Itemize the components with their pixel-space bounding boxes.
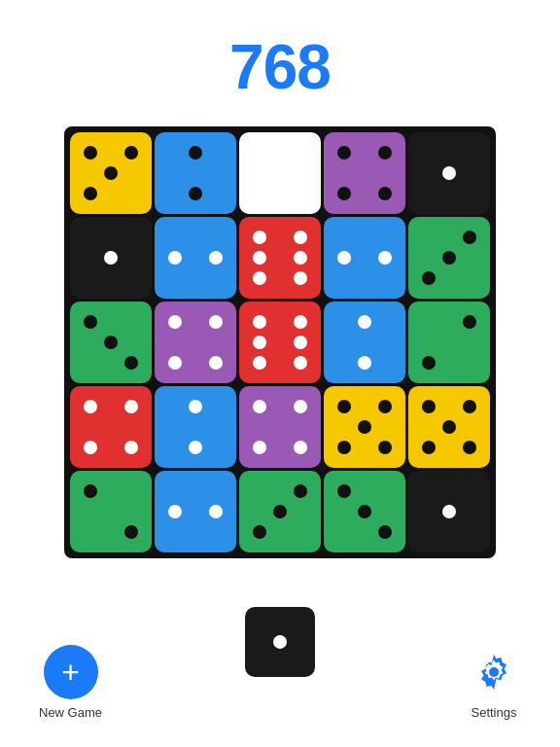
new-game-icon: +	[44, 645, 98, 699]
game-grid	[64, 126, 496, 558]
grid-cell-4-4[interactable]	[408, 471, 490, 552]
settings-button[interactable]: Settings	[467, 645, 521, 720]
grid-cell-2-3[interactable]	[324, 302, 405, 383]
grid-cell-2-2[interactable]	[239, 302, 321, 383]
grid-cell-1-0[interactable]	[70, 217, 152, 299]
grid-cell-1-2[interactable]	[239, 217, 321, 299]
new-game-label: New Game	[39, 705, 102, 720]
grid-cell-0-0[interactable]	[70, 132, 152, 214]
grid-cell-4-2[interactable]	[239, 471, 321, 552]
grid-cell-3-1[interactable]	[155, 386, 236, 468]
grid-cell-2-4[interactable]	[408, 302, 490, 383]
grid-cell-3-3[interactable]	[324, 386, 405, 468]
bottom-bar: + New Game Settings	[0, 645, 560, 720]
grid-cell-4-0[interactable]	[70, 471, 152, 552]
grid-cell-0-1[interactable]	[155, 132, 236, 214]
score-display: 768	[229, 31, 331, 103]
grid-cell-2-1[interactable]	[155, 302, 236, 383]
grid-cell-1-1[interactable]	[155, 217, 236, 299]
grid-cell-4-1[interactable]	[155, 471, 236, 552]
grid-cell-3-2[interactable]	[239, 386, 321, 468]
grid-cell-2-0[interactable]	[70, 302, 152, 383]
settings-label: Settings	[472, 705, 517, 720]
grid-cell-1-3[interactable]	[324, 217, 405, 299]
grid-cell-0-4[interactable]	[408, 132, 490, 214]
grid-cell-0-3[interactable]	[324, 132, 405, 214]
grid-cell-1-4[interactable]	[408, 217, 490, 299]
grid-cell-4-3[interactable]	[324, 471, 405, 552]
grid-cell-0-2[interactable]	[239, 132, 321, 214]
grid-cell-3-0[interactable]	[70, 386, 152, 468]
grid-cell-3-4[interactable]	[408, 386, 490, 468]
gear-icon	[467, 645, 521, 699]
new-game-button[interactable]: + New Game	[39, 645, 102, 720]
